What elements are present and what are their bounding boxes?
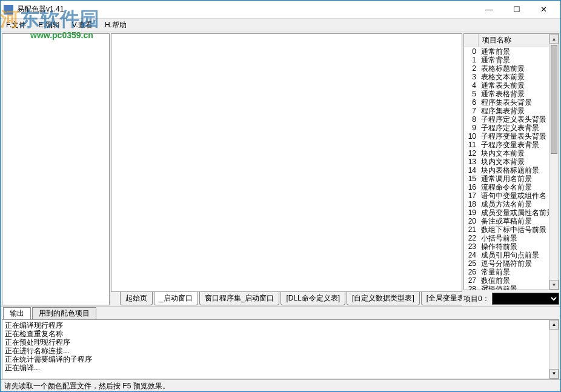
list-item[interactable]: 12块内文本前景 — [464, 149, 549, 158]
list-item[interactable]: 3表格文本前景 — [464, 73, 549, 81]
list-item[interactable]: 17语句中变量或组件名 — [464, 191, 549, 200]
list-item[interactable]: 22小括号前景 — [464, 234, 549, 242]
tab-window-procset[interactable]: 窗口程序集_启动窗口 — [199, 292, 280, 305]
list-header: 项目名称 — [464, 34, 549, 47]
list-item[interactable]: 8子程序定义表头背景 — [464, 115, 549, 124]
tab-used-colors[interactable]: 用到的配色项目 — [32, 307, 96, 319]
list-item[interactable]: 14块内表格标题前景 — [464, 166, 549, 174]
editor-canvas[interactable] — [111, 33, 462, 292]
list-item[interactable]: 26常量前景 — [464, 268, 549, 276]
list-item[interactable]: 28逻辑值前景 — [464, 285, 549, 290]
list-item[interactable]: 2表格标题前景 — [464, 64, 549, 73]
tab-startup-window[interactable]: _启动窗口 — [154, 292, 198, 305]
list-item[interactable]: 20备注或草稿前景 — [464, 217, 549, 225]
list-item[interactable]: 25逗号分隔符前景 — [464, 259, 549, 268]
color-select[interactable] — [492, 293, 559, 305]
output-panel[interactable]: 正在编译现行程序正在检查重复名称正在预处理现行程序正在进行名称连接...正在统计… — [2, 319, 559, 379]
output-line: 正在编译现行程序 — [5, 321, 556, 330]
output-line: 正在检查重复名称 — [5, 330, 556, 338]
tab-dll-commands[interactable]: [DLL命令定义表] — [280, 292, 345, 305]
menu-view[interactable]: V.查看 — [70, 19, 95, 32]
list-item[interactable]: 4通常表头前景 — [464, 81, 549, 90]
output-line: 正在预处理现行程序 — [5, 338, 556, 347]
list-item[interactable]: 15通常调用名前景 — [464, 174, 549, 183]
list-item[interactable]: 24成员引用句点前景 — [464, 251, 549, 259]
output-line: 正在编译... — [5, 364, 556, 372]
scroll-thumb[interactable] — [551, 45, 557, 154]
list-item[interactable]: 18成员方法名前景 — [464, 200, 549, 208]
scroll-up-icon[interactable]: ▲ — [549, 34, 559, 44]
list-item[interactable]: 16流程命令名前景 — [464, 183, 549, 191]
list-item[interactable]: 23操作符前景 — [464, 242, 549, 251]
list-item[interactable]: 19成员变量或属性名前景 — [464, 208, 549, 217]
tab-custom-types[interactable]: [自定义数据类型表] — [347, 292, 420, 305]
item-label: 项目0： — [463, 294, 490, 304]
menubar: F.文件 E.编辑 V.查看 H.帮助 — [1, 19, 560, 32]
list-item[interactable]: 13块内文本背景 — [464, 158, 549, 166]
close-button[interactable]: ✕ — [530, 1, 557, 19]
scroll-down-icon[interactable]: ▼ — [549, 369, 559, 379]
minimize-button[interactable]: — — [476, 1, 503, 19]
tab-global-vars[interactable]: [全局变量表 — [421, 292, 462, 305]
titlebar: 易配色器v1.41 — ☐ ✕ — [1, 1, 560, 19]
editor-tabs: 起始页 _启动窗口 窗口程序集_启动窗口 [DLL命令定义表] [自定义数据类型… — [111, 292, 462, 305]
output-line: 正在进行名称连接... — [5, 347, 556, 355]
list-item[interactable]: 11子程序变量表背景 — [464, 141, 549, 149]
output-line: 正在统计需要编译的子程序 — [5, 355, 556, 364]
maximize-button[interactable]: ☐ — [503, 1, 530, 19]
output-scrollbar[interactable]: ▲ ▼ — [549, 320, 559, 379]
menu-file[interactable]: F.文件 — [4, 19, 28, 32]
list-item[interactable]: 0通常前景 — [464, 47, 549, 56]
tab-start[interactable]: 起始页 — [120, 292, 153, 305]
list-item[interactable]: 5通常表格背景 — [464, 90, 549, 98]
list-item[interactable]: 10子程序变量表头背景 — [464, 132, 549, 141]
app-icon — [4, 5, 13, 15]
menu-help[interactable]: H.帮助 — [102, 19, 129, 32]
tab-output[interactable]: 输出 — [3, 307, 31, 319]
list-scrollbar[interactable]: ▲ ▼ — [549, 34, 559, 290]
list-item[interactable]: 27数值前景 — [464, 276, 549, 285]
statusbar: 请先读取一个颜色配置文件，然后按 F5 预览效果。 — [1, 379, 560, 391]
list-item[interactable]: 9子程序定义表背景 — [464, 124, 549, 132]
left-tree-panel[interactable] — [2, 33, 110, 305]
menu-edit[interactable]: E.编辑 — [36, 19, 62, 32]
list-item[interactable]: 6程序集表头背景 — [464, 98, 549, 107]
list-item[interactable]: 7程序集表背景 — [464, 107, 549, 115]
scroll-down-icon[interactable]: ▼ — [549, 280, 559, 290]
list-item[interactable]: 21数组下标中括号前景 — [464, 225, 549, 234]
color-items-list[interactable]: 项目名称 0通常前景1通常背景2表格标题前景3表格文本前景4通常表头前景5通常表… — [464, 34, 549, 290]
window-title: 易配色器v1.41 — [17, 4, 476, 15]
list-item[interactable]: 1通常背景 — [464, 56, 549, 64]
scroll-up-icon[interactable]: ▲ — [549, 320, 559, 330]
